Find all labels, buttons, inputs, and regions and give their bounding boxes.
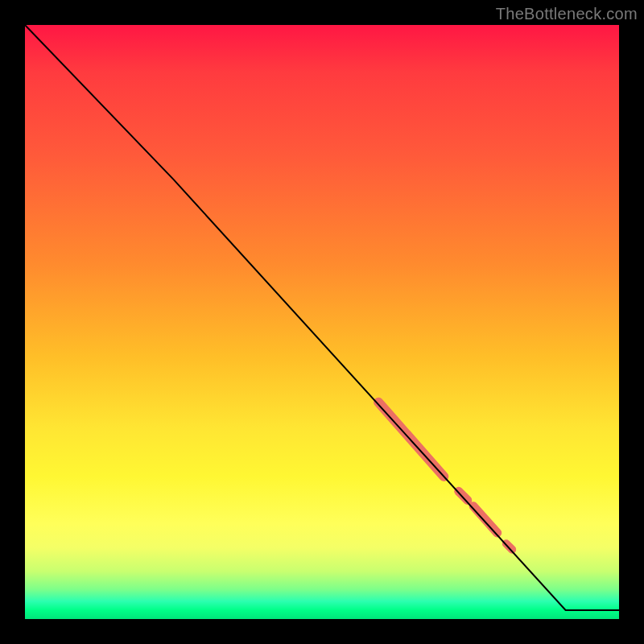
chart-line-layer [25,25,619,619]
chart-stage: TheBottleneck.com [0,0,644,644]
highlight-segment-1 [459,491,468,500]
highlight-segment-0 [378,402,444,477]
highlight-group [378,402,512,550]
highlight-segment-2 [473,506,497,533]
chart-curve [25,25,619,610]
watermark-text: TheBottleneck.com [496,5,638,23]
highlight-segment-3 [506,543,512,549]
chart-plot-area [25,25,619,619]
